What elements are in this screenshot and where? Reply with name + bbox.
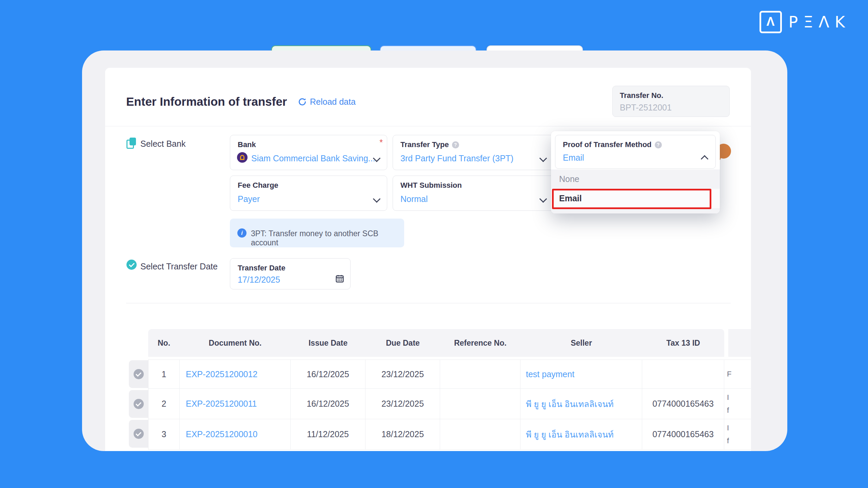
cell-reference-no (440, 360, 520, 388)
table-row: 3EXP-2025120001011/12/202518/12/2025พี ย… (148, 419, 751, 450)
row-select-column (129, 360, 148, 450)
fee-charge-label: Fee Charge (238, 181, 278, 190)
row-select-checkbox[interactable] (129, 360, 148, 388)
help-icon[interactable]: ? (452, 141, 459, 148)
cell-clipped: I f (724, 389, 751, 419)
cell-seller[interactable]: test payment (520, 360, 642, 388)
chevron-down-icon (539, 195, 547, 203)
cell-clipped: I f (724, 419, 751, 449)
header-divider (105, 126, 751, 126)
check-circle-icon (134, 399, 144, 409)
cell-reference-no (440, 389, 520, 419)
select-transfer-date-step-icon (126, 260, 137, 270)
bank-select[interactable]: Bank * Siam Commercial Bank Saving... (230, 135, 387, 170)
cell-due-date: 23/12/2025 (366, 360, 440, 388)
info-icon: i (237, 228, 246, 238)
page-title: Enter Information of transfer (126, 95, 287, 108)
transfer-form-panel: Enter Information of transfer Reload dat… (105, 68, 751, 451)
proof-of-transfer-value: Email (563, 153, 584, 163)
proof-of-transfer-dropdown: Proof of Transfer Method ? Email None Em… (551, 131, 720, 214)
reload-data-label: Reload data (310, 97, 356, 107)
col-header-tax-13-id: Tax 13 ID (642, 339, 724, 348)
table-row: 1EXP-2025120001216/12/202523/12/2025test… (148, 360, 751, 389)
transfer-type-value: 3rd Party Fund Transfer (3PT) (400, 154, 513, 163)
peak-logo-icon: Λ (760, 11, 782, 33)
chevron-down-icon (373, 195, 381, 203)
cell-issue-date: 11/12/2025 (291, 419, 366, 449)
required-asterisk: * (379, 138, 383, 147)
col-header-issue-date: Issue Date (291, 339, 366, 348)
col-header-seller: Seller (520, 339, 642, 348)
reload-data-button[interactable]: Reload data (298, 97, 356, 107)
cell-document-no[interactable]: EXP-20251200012 (180, 360, 291, 388)
cell-tax-13-id: 0774000165463 (642, 419, 724, 449)
transfer-no-label: Transfer No. (620, 91, 663, 100)
transfer-no-box: Transfer No. BPT-2512001 (612, 86, 730, 117)
info-alert: i 3PT: Transfer money to another SCB acc… (230, 219, 404, 247)
cell-tax-13-id: 0774000165463 (642, 389, 724, 419)
cell-no: 2 (148, 389, 180, 419)
option-none[interactable]: None (551, 169, 720, 189)
cell-document-no[interactable]: EXP-20251200011 (180, 389, 291, 419)
col-header-document-no: Document No. (180, 339, 291, 348)
cell-issue-date: 16/12/2025 (291, 389, 366, 419)
cell-clipped: F (724, 360, 751, 388)
cell-reference-no (440, 419, 520, 449)
cell-tax-13-id (642, 360, 724, 388)
cell-seller[interactable]: พี ยู ยู เอ็น อินเทลลิเจนท์ (520, 419, 642, 449)
wht-submission-label: WHT Submission (400, 181, 462, 190)
peak-logo-mark: Λ (767, 16, 775, 28)
check-circle-icon (134, 369, 144, 379)
table-body: 1EXP-2025120001216/12/202523/12/2025test… (148, 360, 751, 450)
bank-value: Siam Commercial Bank Saving... (251, 154, 363, 163)
cell-document-no[interactable]: EXP-20251200010 (180, 419, 291, 449)
col-header-no: No. (148, 339, 180, 348)
annotation-highlight-box (552, 189, 711, 209)
cell-no: 1 (148, 360, 180, 388)
info-alert-text: 3PT: Transfer money to another SCB accou… (251, 229, 404, 247)
table-row: 2EXP-2025120001116/12/202523/12/2025พี ย… (148, 389, 751, 419)
cell-due-date: 18/12/2025 (366, 419, 440, 449)
bank-label: Bank (238, 140, 256, 149)
main-card: Enter Information of transfer Reload dat… (82, 50, 787, 451)
proof-of-transfer-label: Proof of Transfer Method ? (563, 140, 662, 149)
select-bank-step-label: Select Bank (140, 139, 185, 149)
calendar-icon[interactable] (335, 274, 344, 283)
select-transfer-date-step-label: Select Transfer Date (140, 262, 218, 271)
help-icon[interactable]: ? (655, 141, 662, 148)
fee-charge-value: Payer (238, 194, 260, 204)
proof-of-transfer-select[interactable]: Proof of Transfer Method ? Email (555, 135, 716, 169)
row-select-checkbox[interactable] (129, 420, 148, 448)
transfer-date-picker[interactable]: Transfer Date 17/12/2025 (230, 258, 351, 289)
section-divider (126, 303, 731, 303)
transfer-type-label: Transfer Type ? (400, 140, 459, 149)
transfer-date-label: Transfer Date (238, 264, 285, 272)
fee-charge-select[interactable]: Fee Charge Payer (230, 176, 387, 211)
col-header-due-date: Due Date (366, 339, 440, 348)
wht-submission-value: Normal (400, 194, 428, 204)
transfer-type-select[interactable]: Transfer Type ? 3rd Party Fund Transfer … (393, 135, 554, 170)
cell-no: 3 (148, 419, 180, 449)
wht-submission-select[interactable]: WHT Submission Normal (393, 176, 554, 211)
transfer-no-value: BPT-2512001 (620, 103, 672, 113)
peak-logo-text: PΞΛK (789, 13, 850, 31)
cell-seller[interactable]: พี ยู ยู เอ็น อินเทลลิเจนท์ (520, 389, 642, 419)
screen: Λ PΞΛK Enter Information of transfer Rel… (0, 0, 868, 488)
table-header-clipped (728, 329, 751, 357)
peak-logo: Λ PΞΛK (760, 11, 850, 33)
chevron-down-icon (539, 155, 547, 162)
check-circle-icon (134, 429, 144, 439)
cell-issue-date: 16/12/2025 (291, 360, 366, 388)
select-bank-step-icon (126, 138, 137, 148)
refresh-icon (298, 97, 307, 106)
table-header: No. Document No. Issue Date Due Date Ref… (148, 329, 724, 357)
scb-bank-logo-icon (237, 152, 248, 163)
chevron-up-icon (701, 155, 709, 163)
cell-due-date: 23/12/2025 (366, 389, 440, 419)
transfer-date-value: 17/12/2025 (238, 275, 280, 285)
row-select-checkbox[interactable] (129, 390, 148, 418)
col-header-reference-no: Reference No. (440, 339, 520, 348)
